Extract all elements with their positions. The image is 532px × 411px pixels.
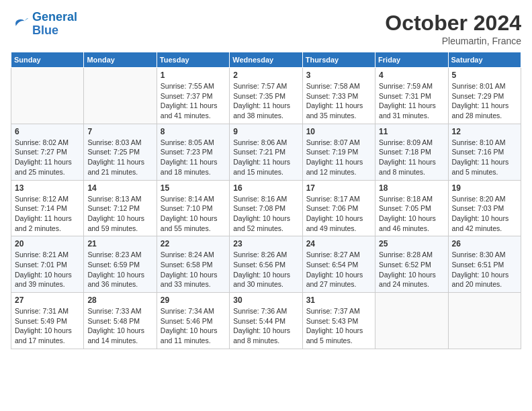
- day-info: Sunrise: 8:01 AMSunset: 7:29 PMDaylight:…: [452, 81, 517, 121]
- day-info: Sunrise: 8:14 AMSunset: 7:10 PMDaylight:…: [161, 194, 226, 234]
- day-number: 5: [452, 71, 517, 80]
- day-info: Sunrise: 8:28 AMSunset: 6:52 PMDaylight:…: [379, 250, 444, 289]
- calendar-cell: 9Sunrise: 8:06 AMSunset: 7:21 PMDaylight…: [230, 124, 302, 180]
- day-info: Sunrise: 8:06 AMSunset: 7:21 PMDaylight:…: [233, 138, 298, 177]
- location: Pleumartin, France: [385, 36, 521, 46]
- day-info: Sunrise: 8:12 AMSunset: 7:14 PMDaylight:…: [15, 194, 80, 234]
- day-info: Sunrise: 7:58 AMSunset: 7:33 PMDaylight:…: [306, 81, 371, 121]
- day-info: Sunrise: 8:18 AMSunset: 7:05 PMDaylight:…: [379, 194, 444, 234]
- calendar-cell: 15Sunrise: 8:14 AMSunset: 7:10 PMDayligh…: [157, 180, 229, 236]
- calendar-cell: [375, 293, 448, 349]
- day-number: 3: [306, 71, 371, 80]
- calendar-cell: 21Sunrise: 8:23 AMSunset: 6:59 PMDayligh…: [84, 236, 157, 293]
- calendar-cell: 12Sunrise: 8:10 AMSunset: 7:16 PMDayligh…: [448, 124, 521, 180]
- calendar-cell: 27Sunrise: 7:31 AMSunset: 5:49 PMDayligh…: [11, 293, 84, 349]
- day-info: Sunrise: 8:09 AMSunset: 7:18 PMDaylight:…: [379, 138, 444, 177]
- calendar-cell: 31Sunrise: 7:37 AMSunset: 5:43 PMDayligh…: [302, 293, 375, 349]
- weekday-header-row: SundayMondayTuesdayWednesdayThursdayFrid…: [11, 52, 521, 68]
- weekday-header-sunday: Sunday: [11, 52, 84, 68]
- page-header: General Blue October 2024 Pleumartin, Fr…: [11, 11, 521, 46]
- calendar-cell: 23Sunrise: 8:26 AMSunset: 6:56 PMDayligh…: [230, 236, 302, 293]
- calendar-cell: 4Sunrise: 7:59 AMSunset: 7:31 PMDaylight…: [375, 68, 448, 124]
- day-info: Sunrise: 7:31 AMSunset: 5:49 PMDaylight:…: [15, 306, 80, 346]
- day-info: Sunrise: 8:10 AMSunset: 7:16 PMDaylight:…: [452, 138, 517, 177]
- day-number: 10: [306, 127, 371, 136]
- calendar-cell: 19Sunrise: 8:20 AMSunset: 7:03 PMDayligh…: [448, 180, 521, 236]
- calendar-cell: 20Sunrise: 8:21 AMSunset: 7:01 PMDayligh…: [11, 236, 84, 293]
- day-info: Sunrise: 7:57 AMSunset: 7:35 PMDaylight:…: [233, 81, 298, 121]
- title-block: October 2024 Pleumartin, France: [385, 11, 521, 46]
- day-number: 16: [233, 183, 298, 193]
- calendar-cell: 7Sunrise: 8:03 AMSunset: 7:25 PMDaylight…: [84, 124, 157, 180]
- weekday-header-wednesday: Wednesday: [230, 52, 302, 68]
- day-number: 28: [87, 295, 152, 305]
- day-info: Sunrise: 8:24 AMSunset: 6:58 PMDaylight:…: [161, 250, 226, 289]
- day-number: 13: [15, 183, 80, 193]
- calendar-week-4: 20Sunrise: 8:21 AMSunset: 7:01 PMDayligh…: [11, 236, 521, 293]
- day-number: 27: [15, 295, 80, 305]
- day-info: Sunrise: 8:27 AMSunset: 6:54 PMDaylight:…: [306, 250, 371, 289]
- day-number: 2: [233, 71, 298, 80]
- calendar-week-2: 6Sunrise: 8:02 AMSunset: 7:27 PMDaylight…: [11, 124, 521, 180]
- calendar-cell: 22Sunrise: 8:24 AMSunset: 6:58 PMDayligh…: [157, 236, 229, 293]
- calendar-cell: [11, 68, 84, 124]
- calendar-cell: 30Sunrise: 7:36 AMSunset: 5:44 PMDayligh…: [230, 293, 302, 349]
- calendar-cell: 1Sunrise: 7:55 AMSunset: 7:37 PMDaylight…: [157, 68, 229, 124]
- calendar-cell: 11Sunrise: 8:09 AMSunset: 7:18 PMDayligh…: [375, 124, 448, 180]
- calendar-cell: 16Sunrise: 8:16 AMSunset: 7:08 PMDayligh…: [230, 180, 302, 236]
- day-info: Sunrise: 8:23 AMSunset: 6:59 PMDaylight:…: [87, 250, 152, 289]
- day-info: Sunrise: 7:55 AMSunset: 7:37 PMDaylight:…: [161, 81, 226, 121]
- calendar-cell: 13Sunrise: 8:12 AMSunset: 7:14 PMDayligh…: [11, 180, 84, 236]
- calendar-cell: 17Sunrise: 8:17 AMSunset: 7:06 PMDayligh…: [302, 180, 375, 236]
- day-number: 15: [161, 183, 226, 193]
- day-info: Sunrise: 8:07 AMSunset: 7:19 PMDaylight:…: [306, 138, 371, 177]
- day-number: 7: [87, 127, 152, 136]
- calendar-table: SundayMondayTuesdayWednesdayThursdayFrid…: [11, 52, 521, 349]
- day-info: Sunrise: 7:34 AMSunset: 5:46 PMDaylight:…: [161, 306, 226, 346]
- weekday-header-monday: Monday: [84, 52, 157, 68]
- calendar-cell: 8Sunrise: 8:05 AMSunset: 7:23 PMDaylight…: [157, 124, 229, 180]
- day-number: 23: [233, 239, 298, 248]
- calendar-cell: 10Sunrise: 8:07 AMSunset: 7:19 PMDayligh…: [302, 124, 375, 180]
- day-number: 25: [379, 239, 444, 248]
- calendar-cell: 24Sunrise: 8:27 AMSunset: 6:54 PMDayligh…: [302, 236, 375, 293]
- calendar-cell: 14Sunrise: 8:13 AMSunset: 7:12 PMDayligh…: [84, 180, 157, 236]
- day-number: 24: [306, 239, 371, 248]
- calendar-cell: 25Sunrise: 8:28 AMSunset: 6:52 PMDayligh…: [375, 236, 448, 293]
- day-number: 6: [15, 127, 80, 136]
- day-info: Sunrise: 8:17 AMSunset: 7:06 PMDaylight:…: [306, 194, 371, 234]
- day-info: Sunrise: 8:02 AMSunset: 7:27 PMDaylight:…: [15, 138, 80, 177]
- day-number: 8: [161, 127, 226, 136]
- calendar-week-5: 27Sunrise: 7:31 AMSunset: 5:49 PMDayligh…: [11, 293, 521, 349]
- day-number: 4: [379, 71, 444, 80]
- day-number: 9: [233, 127, 298, 136]
- day-info: Sunrise: 8:20 AMSunset: 7:03 PMDaylight:…: [452, 194, 517, 234]
- calendar-cell: [448, 293, 521, 349]
- logo: General Blue: [11, 11, 77, 38]
- weekday-header-friday: Friday: [375, 52, 448, 68]
- day-info: Sunrise: 8:13 AMSunset: 7:12 PMDaylight:…: [87, 194, 152, 234]
- day-number: 26: [452, 239, 517, 248]
- day-number: 14: [87, 183, 152, 193]
- day-number: 20: [15, 239, 80, 248]
- logo-text-line1: General: [32, 11, 77, 24]
- weekday-header-thursday: Thursday: [302, 52, 375, 68]
- weekday-header-tuesday: Tuesday: [157, 52, 229, 68]
- day-number: 22: [161, 239, 226, 248]
- weekday-header-saturday: Saturday: [448, 52, 521, 68]
- day-info: Sunrise: 8:26 AMSunset: 6:56 PMDaylight:…: [233, 250, 298, 289]
- month-title: October 2024: [385, 11, 521, 36]
- calendar-cell: 3Sunrise: 7:58 AMSunset: 7:33 PMDaylight…: [302, 68, 375, 124]
- day-number: 12: [452, 127, 517, 136]
- day-info: Sunrise: 7:36 AMSunset: 5:44 PMDaylight:…: [233, 306, 298, 346]
- day-number: 18: [379, 183, 444, 193]
- day-number: 29: [161, 295, 226, 305]
- calendar-week-1: 1Sunrise: 7:55 AMSunset: 7:37 PMDaylight…: [11, 68, 521, 124]
- day-info: Sunrise: 7:37 AMSunset: 5:43 PMDaylight:…: [306, 306, 371, 346]
- calendar-cell: 26Sunrise: 8:30 AMSunset: 6:51 PMDayligh…: [448, 236, 521, 293]
- calendar-week-3: 13Sunrise: 8:12 AMSunset: 7:14 PMDayligh…: [11, 180, 521, 236]
- day-info: Sunrise: 7:33 AMSunset: 5:48 PMDaylight:…: [87, 306, 152, 346]
- day-number: 30: [233, 295, 298, 305]
- calendar-cell: 2Sunrise: 7:57 AMSunset: 7:35 PMDaylight…: [230, 68, 302, 124]
- calendar-cell: 29Sunrise: 7:34 AMSunset: 5:46 PMDayligh…: [157, 293, 229, 349]
